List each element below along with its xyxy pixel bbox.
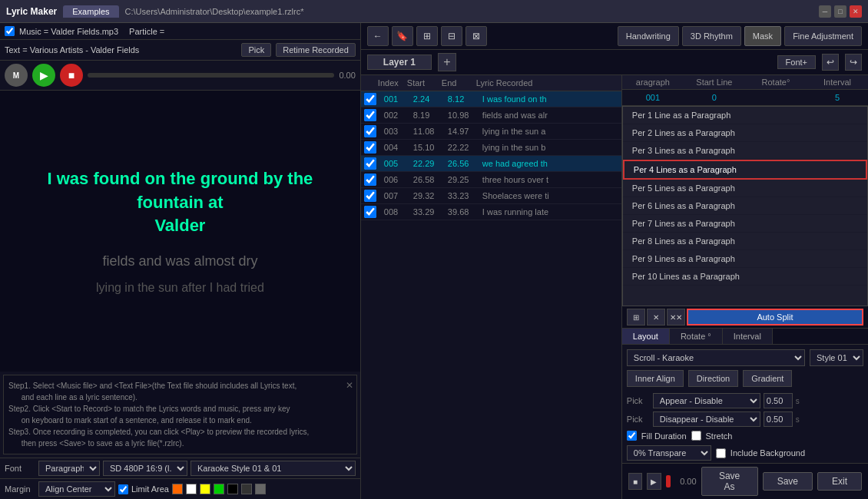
mini-btn-add[interactable]: ⊞ — [627, 309, 645, 326]
tab-interval[interactable]: Interval — [723, 329, 773, 344]
row-check-006[interactable] — [364, 173, 376, 186]
row-end-006: 29.25 — [443, 174, 478, 185]
grid-add-button[interactable]: ⊞ — [416, 26, 438, 46]
limit-area-checkbox[interactable] — [118, 484, 128, 494]
table-row[interactable]: 003 11.08 14.97 lying in the sun a — [361, 124, 621, 140]
save-as-button[interactable]: Save As — [701, 467, 758, 496]
row-check-002[interactable] — [364, 109, 376, 121]
row-index-006: 006 — [379, 174, 409, 185]
table-row[interactable]: 008 33.29 39.68 I was running late — [361, 204, 621, 220]
progress-bar[interactable] — [88, 73, 334, 78]
dropdown-item-2[interactable]: Per 2 Lines as a Paragraph — [623, 124, 867, 142]
appear-select[interactable]: Appear - Disable — [653, 393, 760, 408]
music-checkbox[interactable] — [5, 26, 15, 36]
dropdown-item-7[interactable]: Per 7 Lines as a Paragraph — [623, 215, 867, 233]
layer-bar: Layer 1 + Font+ ↩ ↪ — [361, 50, 868, 75]
table-row[interactable]: 007 29.32 33.23 Shoelaces were ti — [361, 188, 621, 204]
props-th-paragraph: aragraph — [622, 75, 684, 89]
mask-button[interactable]: Mask — [744, 26, 781, 46]
pick-appear-label: Pick — [627, 396, 650, 405]
arrow-left-button[interactable]: ← — [367, 26, 389, 46]
bookmark-button[interactable]: 🔖 — [392, 26, 413, 46]
inner-align-button[interactable]: Inner Align — [627, 370, 684, 387]
dropdown-item-4[interactable]: Per 4 Lines as a Paragraph — [623, 160, 867, 180]
disappear-select[interactable]: Disappear - Disable — [653, 411, 760, 427]
retime-button[interactable]: Retime Recorded — [276, 43, 356, 57]
m-button[interactable]: M — [5, 64, 28, 87]
text-label: Text = Various Artists - Valder Fields — [5, 45, 237, 55]
particle-label: Particle = — [129, 27, 164, 36]
row-check-001[interactable] — [364, 93, 376, 105]
3d-rhythm-button[interactable]: 3D Rhythm — [682, 26, 741, 46]
table-row[interactable]: 004 15.10 22.22 lying in the sun b — [361, 140, 621, 156]
bottom-stop-button[interactable]: ■ — [628, 473, 642, 490]
table-row[interactable]: 005 22.29 26.56 we had agreed th — [361, 156, 621, 172]
font-plus-button[interactable]: Font+ — [777, 55, 816, 69]
tab-layout[interactable]: Layout — [622, 329, 670, 344]
row-check-007[interactable] — [364, 190, 376, 202]
color-swatch-white[interactable] — [186, 484, 197, 494]
close-steps-button[interactable]: ✕ — [346, 378, 353, 393]
exit-button[interactable]: Exit — [817, 472, 862, 491]
color-swatch-dark[interactable] — [241, 484, 252, 494]
dropdown-item-10[interactable]: Per 10 Lines as a Paragraph — [623, 268, 867, 286]
appear-time-input[interactable] — [764, 393, 793, 408]
dropdown-item-5[interactable]: Per 5 Lines as a Paragraph — [623, 180, 867, 197]
row-check-005[interactable] — [364, 157, 376, 170]
bottom-play-button[interactable]: ▶ — [647, 473, 661, 490]
gradient-button[interactable]: Gradient — [743, 370, 792, 387]
table-row[interactable]: 001 2.24 8.12 I was found on th — [361, 91, 621, 107]
row-check-003[interactable] — [364, 125, 376, 137]
disappear-time-input[interactable] — [764, 411, 793, 427]
grid-remove-button[interactable]: ⊟ — [441, 26, 462, 46]
stop-button[interactable]: ■ — [60, 64, 83, 87]
examples-tab[interactable]: Examples — [63, 5, 118, 18]
dropdown-item-3[interactable]: Per 3 Lines as a Paragraph — [623, 142, 867, 160]
grid-x-button[interactable]: ⊠ — [465, 26, 487, 46]
dropdown-item-9[interactable]: Per 9 Lines as a Paragraph — [623, 250, 867, 268]
auto-split-button[interactable]: Auto Split — [687, 309, 863, 326]
close-button[interactable]: ✕ — [850, 5, 862, 18]
mini-btn-x[interactable]: ✕ — [647, 309, 665, 326]
minimize-button[interactable]: ─ — [819, 5, 831, 18]
color-swatch-gray[interactable] — [255, 484, 266, 494]
scroll-style-select[interactable]: Scroll - Karaoke — [627, 349, 805, 366]
redo-button[interactable]: ↪ — [845, 54, 862, 71]
pick-button[interactable]: Pick — [241, 43, 271, 57]
style-select[interactable]: Karaoke Style 01 & 01 — [190, 461, 356, 476]
color-swatch-orange[interactable] — [172, 484, 183, 494]
color-swatch-black[interactable] — [227, 484, 238, 494]
row-check-008[interactable] — [364, 206, 376, 218]
table-row[interactable]: 006 26.58 29.25 three hours over t — [361, 172, 621, 188]
limit-area-label: Limit Area — [131, 484, 169, 494]
row-end-002: 10.98 — [443, 110, 478, 121]
fill-duration-checkbox[interactable] — [627, 431, 637, 441]
resolution-select[interactable]: SD 480P 16:9 (l... — [103, 461, 187, 476]
color-swatch-yellow[interactable] — [200, 484, 210, 494]
table-row[interactable]: 002 8.19 10.98 fields and was alr — [361, 107, 621, 124]
maximize-button[interactable]: □ — [834, 5, 846, 18]
app-title: Lyric Maker — [6, 6, 57, 17]
row-end-003: 14.97 — [443, 126, 478, 137]
transparency-select[interactable]: 0% Transpare — [627, 445, 711, 461]
fine-adjustment-button[interactable]: Fine Adjustment — [784, 26, 862, 46]
handwriting-button[interactable]: Handwriting — [618, 26, 679, 46]
stretch-checkbox[interactable] — [691, 431, 701, 441]
save-button[interactable]: Save — [763, 472, 813, 491]
dropdown-item-1[interactable]: Per 1 Line as a Paragraph — [623, 107, 867, 124]
margin-select[interactable]: Align Center — [38, 481, 115, 497]
play-button[interactable]: ▶ — [32, 64, 55, 87]
props-th-startline: Start Line — [684, 75, 745, 89]
dropdown-item-8[interactable]: Per 8 Lines as a Paragraph — [623, 233, 867, 250]
include-bg-checkbox[interactable] — [716, 448, 726, 458]
direction-button[interactable]: Direction — [688, 370, 738, 387]
undo-button[interactable]: ↩ — [822, 54, 839, 71]
style-num-select[interactable]: Style 01 — [810, 349, 863, 366]
add-layer-button[interactable]: + — [438, 53, 456, 71]
tab-rotate[interactable]: Rotate ° — [670, 329, 723, 344]
font-select[interactable]: Paragraphs — [38, 461, 100, 476]
row-check-004[interactable] — [364, 141, 376, 154]
color-swatch-green[interactable] — [214, 484, 224, 494]
mini-btn-xx[interactable]: ✕✕ — [667, 309, 685, 326]
dropdown-item-6[interactable]: Per 6 Lines as a Paragraph — [623, 197, 867, 215]
